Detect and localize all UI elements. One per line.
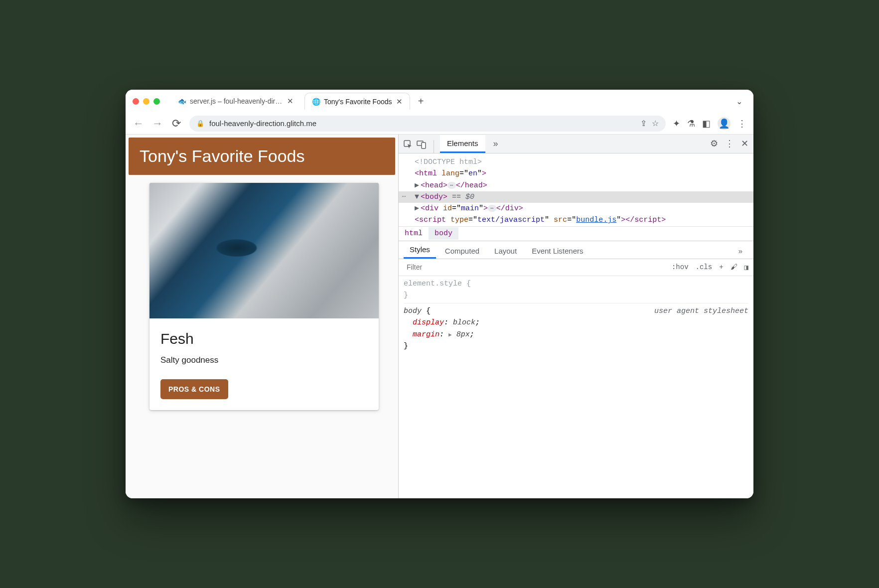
card-subtitle: Salty goodness	[160, 355, 368, 365]
inspect-element-icon[interactable]	[404, 140, 413, 149]
rule-element-style[interactable]: element.style { }	[404, 278, 748, 301]
styles-toolbar: :hov .cls + 🖌 ◨	[399, 259, 753, 276]
expand-caret-icon[interactable]: ▶	[415, 180, 421, 191]
bookmark-icon[interactable]: ☆	[652, 119, 659, 128]
breadcrumb-body[interactable]: body	[429, 227, 458, 240]
reload-button[interactable]: ⟳	[170, 117, 182, 130]
expand-caret-icon[interactable]: ▶	[415, 203, 421, 214]
window-controls	[133, 98, 160, 105]
devtools-tab-elements[interactable]: Elements	[440, 135, 485, 153]
tab-title: Tony's Favorite Foods	[324, 98, 392, 106]
dom-script[interactable]: <script type="text/javascript" src="bund…	[415, 216, 666, 224]
page-title: Tony's Favorite Foods	[129, 138, 395, 175]
dom-doctype[interactable]: <!DOCTYPE html>	[415, 158, 482, 166]
devtools-tab-bar: Elements » ⚙ ⋮ ✕	[399, 135, 753, 153]
expand-caret-icon[interactable]: ▶	[448, 332, 452, 338]
close-window-button[interactable]	[133, 98, 139, 105]
content-split: Tony's Favorite Foods Fesh Salty goodnes…	[126, 135, 753, 498]
pros-cons-button[interactable]: PROS & CONS	[160, 379, 228, 399]
styles-tab-computed[interactable]: Computed	[439, 243, 485, 259]
labs-icon[interactable]: ⚗	[687, 118, 695, 129]
maximize-window-button[interactable]	[153, 98, 160, 105]
styles-filter-input[interactable]	[404, 261, 553, 273]
glitch-favicon: 🐟	[178, 97, 186, 105]
elements-tree[interactable]: <!DOCTYPE html> <html lang="en"> ▶<head>…	[399, 153, 753, 226]
new-tab-button[interactable]: +	[414, 94, 428, 108]
dom-head[interactable]: <head>⋯</head>	[421, 181, 487, 190]
dom-html-open[interactable]: <html lang="en">	[415, 169, 486, 178]
lock-icon: 🔒	[196, 120, 204, 127]
gear-icon[interactable]: ⚙	[710, 138, 718, 149]
hov-toggle[interactable]: :hov	[672, 263, 689, 271]
page-viewport: Tony's Favorite Foods Fesh Salty goodnes…	[126, 135, 399, 498]
sidepanel-icon[interactable]: ◧	[702, 118, 711, 129]
styles-tab-styles[interactable]: Styles	[404, 242, 436, 259]
card-image	[149, 183, 379, 318]
menu-icon[interactable]: ⋮	[737, 118, 746, 129]
food-card: Fesh Salty goodness PROS & CONS	[149, 183, 379, 410]
card-title: Fesh	[160, 330, 368, 347]
back-button[interactable]: ←	[133, 117, 145, 130]
styles-tab-bar: Styles Computed Layout Event Listeners »	[399, 241, 753, 259]
device-toolbar-icon[interactable]	[417, 140, 427, 149]
svg-rect-2	[422, 143, 426, 148]
paint-icon[interactable]: 🖌	[731, 263, 737, 271]
dom-body[interactable]: <body> == $0	[421, 193, 474, 201]
tab-title: server.js – foul-heavenly-direct	[190, 97, 283, 105]
elements-breadcrumb: html body	[399, 226, 753, 241]
browser-window: 🐟 server.js – foul-heavenly-direct ✕ 🌐 T…	[126, 90, 753, 498]
cls-toggle[interactable]: .cls	[696, 263, 713, 271]
address-bar[interactable]: 🔒 foul-heavenly-direction.glitch.me ⇪ ☆	[189, 116, 666, 132]
collapse-caret-icon[interactable]: ▼	[415, 191, 421, 203]
styles-tab-listeners[interactable]: Event Listeners	[526, 243, 589, 259]
close-tab-icon[interactable]: ✕	[396, 97, 403, 106]
new-rule-button[interactable]: +	[719, 263, 723, 271]
url-text: foul-heavenly-direction.glitch.me	[209, 119, 635, 128]
dom-div-main[interactable]: <div id="main">⋯</div>	[421, 204, 523, 213]
close-tab-icon[interactable]: ✕	[287, 97, 293, 106]
devtools: Elements » ⚙ ⋮ ✕ <!DOCTYPE html> <html l…	[399, 135, 753, 498]
minimize-window-button[interactable]	[143, 98, 149, 105]
all-tabs-button[interactable]: ⌄	[732, 95, 746, 108]
breadcrumb-html[interactable]: html	[399, 227, 429, 240]
toolbar-icons: ✦ ⚗ ◧ 👤 ⋮	[673, 117, 746, 130]
styles-rules[interactable]: element.style { } user agent stylesheet …	[399, 276, 753, 358]
profile-avatar[interactable]: 👤	[718, 117, 731, 130]
computed-toggle-icon[interactable]: ◨	[744, 263, 748, 272]
rule-source: user agent stylesheet	[654, 305, 748, 317]
devtools-tabs-overflow[interactable]: »	[486, 135, 505, 153]
toolbar: ← → ⟳ 🔒 foul-heavenly-direction.glitch.m…	[126, 113, 753, 135]
tab-glitch-editor[interactable]: 🐟 server.js – foul-heavenly-direct ✕	[171, 93, 300, 110]
styles-tabs-overflow[interactable]: »	[732, 243, 748, 259]
globe-favicon: 🌐	[312, 98, 320, 106]
styles-tab-layout[interactable]: Layout	[488, 243, 523, 259]
extensions-icon[interactable]: ✦	[673, 118, 680, 129]
close-devtools-icon[interactable]: ✕	[741, 138, 748, 149]
kebab-icon[interactable]: ⋮	[725, 138, 734, 149]
rule-body[interactable]: user agent stylesheet body { display: bl…	[404, 303, 748, 352]
forward-button[interactable]: →	[151, 117, 163, 130]
tab-tony-foods[interactable]: 🌐 Tony's Favorite Foods ✕	[304, 93, 410, 110]
share-icon[interactable]: ⇪	[640, 119, 647, 128]
tab-strip: 🐟 server.js – foul-heavenly-direct ✕ 🌐 T…	[126, 90, 753, 113]
